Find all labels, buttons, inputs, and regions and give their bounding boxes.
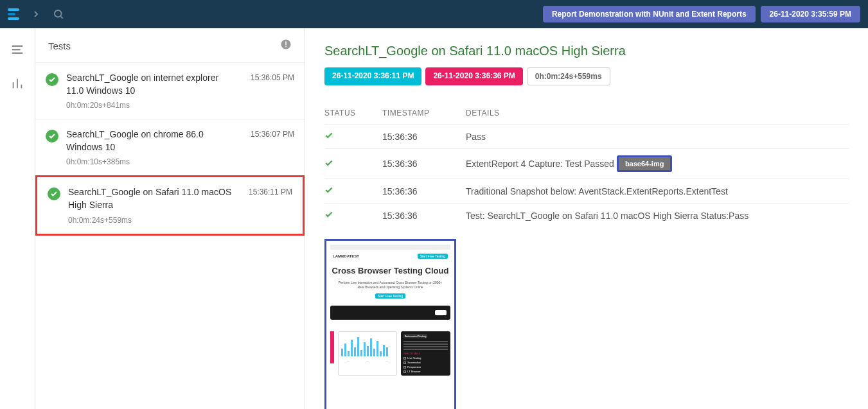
step-details: Pass [466,132,849,142]
app-logo[interactable] [8,8,19,20]
end-time-pill: 26-11-2020 3:36:36 PM [425,67,522,85]
check-icon [324,159,376,170]
svg-rect-10 [285,46,287,48]
check-icon [48,187,60,200]
steps-table-header: STATUS TIMESTAMP DETAILS [324,102,849,124]
screenshot-thumbnail[interactable]: LAMBDATEST Start Free Testing Cross Brow… [324,239,456,409]
svg-point-0 [55,10,62,17]
ss-side-title: Automated Testing [403,334,427,338]
test-time: 15:36:05 PM [251,73,294,97]
check-icon [324,131,376,142]
search-icon[interactable] [53,8,64,20]
report-timestamp-badge: 26-11-2020 3:35:59 PM [761,6,860,22]
ss-logo: LAMBDATEST [333,254,359,258]
detail-panel: SearchLT_Google on Safari 11.0 macOS Hig… [305,28,868,409]
check-icon [324,186,376,196]
ss-title: Cross Browser Testing Cloud [330,266,450,275]
test-duration: 0h:0m:20s+841ms [66,101,294,110]
chevron-right-icon[interactable] [31,9,41,19]
left-sidebar [0,28,35,409]
ss-side-link: SEE DETAILS [403,352,448,355]
ss-subtitle: Perform Live Interactive and Automated C… [330,281,450,289]
col-timestamp: TIMESTAMP [382,109,459,117]
test-name: SearchLT_Google on chrome 86.0 Windows 1… [66,128,236,153]
test-item[interactable]: SearchLT_Google on internet explorer 11.… [35,62,305,119]
step-details: Test: SearchLT_Google on Safari 11.0 mac… [466,211,849,221]
svg-rect-9 [285,42,287,46]
test-list-title: Tests [48,40,71,51]
detail-badges: 26-11-2020 3:36:11 PM 26-11-2020 3:36:36… [324,67,849,85]
step-row: 15:36:36 ExtentReport 4 Capture: Test Pa… [324,148,849,178]
test-list-header: Tests [35,28,305,62]
check-icon [324,210,376,221]
step-details: ExtentReport 4 Capture: Test Passedbase6… [466,155,849,172]
alert-icon[interactable] [280,39,292,53]
step-row: 15:36:36 Test: SearchLT_Google on Safari… [324,203,849,227]
duration-pill: 0h:0m:24s+559ms [527,67,610,85]
svg-rect-2 [12,46,23,47]
test-name: SearchLT_Google on Safari 11.0 macOS Hig… [68,186,238,211]
step-details: Traditional Snapshot below: AventStack.E… [466,186,849,196]
check-icon [46,130,58,143]
col-details: DETAILS [466,109,849,117]
test-list-panel: Tests SearchLT_Google on internet explor… [35,28,305,409]
start-time-pill: 26-11-2020 3:36:11 PM [324,67,421,85]
report-title-badge: Report Demonstration with NUnit and Exte… [543,6,756,22]
check-icon [46,73,58,86]
bar-chart-icon[interactable] [10,76,24,92]
steps-table: STATUS TIMESTAMP DETAILS 15:36:36 Pass 1… [324,102,849,227]
step-timestamp: 15:36:36 [382,211,459,221]
svg-rect-3 [12,49,21,50]
detail-title: SearchLT_Google on Safari 11.0 macOS Hig… [324,44,849,58]
base64-img-badge[interactable]: base64-img [617,155,673,172]
col-status: STATUS [324,109,376,117]
svg-rect-4 [12,53,23,54]
test-duration: 0h:0m:24s+559ms [68,216,292,225]
test-duration: 0h:0m:10s+385ms [66,157,294,166]
main-area: Tests SearchLT_Google on internet explor… [0,28,868,409]
list-icon[interactable] [10,42,24,58]
test-time: 15:36:11 PM [249,187,292,211]
top-bar: Report Demonstration with NUnit and Exte… [0,0,868,28]
step-timestamp: 15:36:36 [382,186,459,196]
test-time: 15:36:07 PM [251,130,294,153]
svg-line-1 [60,16,62,18]
test-item[interactable]: SearchLT_Google on chrome 86.0 Windows 1… [35,119,305,175]
step-timestamp: 15:36:36 [382,132,459,142]
ss-nav-button: Start Free Testing [418,254,448,259]
step-row: 15:36:36 Pass [324,124,849,148]
test-item[interactable]: SearchLT_Google on Safari 11.0 macOS Hig… [35,175,305,235]
topbar-right: Report Demonstration with NUnit and Exte… [543,6,860,22]
test-name: SearchLT_Google on internet explorer 11.… [66,72,236,97]
ss-cta-button: Start Free Testing [375,293,405,299]
topbar-left [8,8,64,20]
step-row: 15:36:36 Traditional Snapshot below: Ave… [324,178,849,203]
step-timestamp: 15:36:36 [382,159,459,169]
